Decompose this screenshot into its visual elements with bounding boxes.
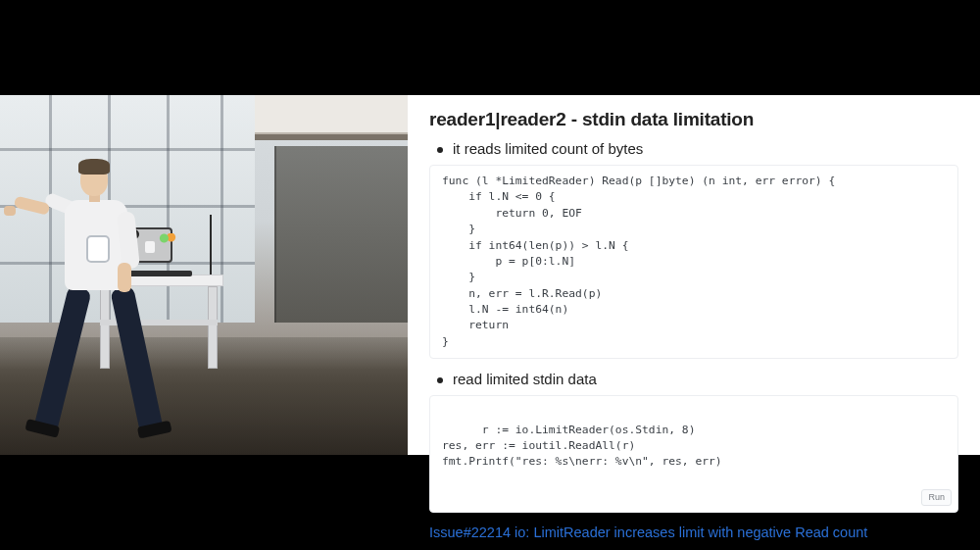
bullet-item: it reads limited count of bytes — [433, 140, 958, 157]
run-button[interactable]: Run — [921, 489, 952, 506]
video-frame: reader1|reader2 - stdin data limitation … — [0, 95, 980, 455]
ceiling — [255, 95, 408, 134]
code-block-limitedreader: func (l *LimitedReader) Read(p []byte) (… — [429, 165, 958, 359]
bullet-item: read limited stdin data — [433, 371, 958, 387]
issue-link[interactable]: Issue#22214 io: LimitReader increases li… — [429, 525, 867, 540]
bullet-dot-icon — [437, 147, 443, 153]
code-block-example: r := io.LimitReader(os.Stdin, 8) res, er… — [429, 395, 958, 513]
background-building — [274, 146, 408, 323]
bullet-dot-icon — [437, 377, 443, 383]
bullet-text: read limited stdin data — [453, 371, 597, 387]
slide-title: reader1|reader2 - stdin data limitation — [429, 109, 958, 130]
code-text: r := io.LimitReader(os.Stdin, 8) res, er… — [442, 424, 722, 469]
presenter-person — [22, 155, 169, 449]
presenter-camera-feed — [0, 95, 408, 455]
presentation-slide: reader1|reader2 - stdin data limitation … — [408, 95, 980, 455]
bullet-text: it reads limited count of bytes — [453, 140, 643, 157]
